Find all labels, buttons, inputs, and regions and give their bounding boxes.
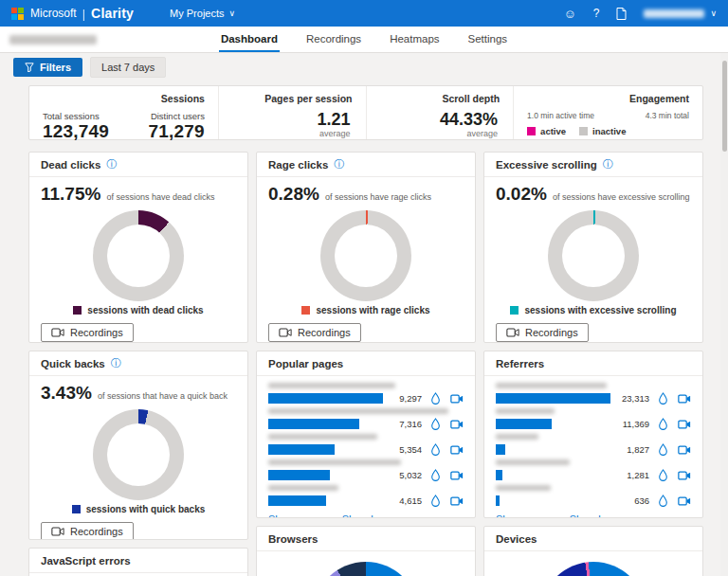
chevron-down-icon: ∨ [229,9,236,18]
recordings-camera-icon[interactable] [449,494,464,508]
recordings-button-label: Recordings [525,327,578,338]
referrer-redacted [496,485,551,491]
pps-value: 1.21 [232,111,351,129]
pps-label: Pages per session [232,93,353,104]
rage-clicks-value: 0.28% [268,184,319,205]
video-camera-icon [506,328,519,337]
tab-settings[interactable]: Settings [466,27,510,52]
show-less-link[interactable]: Show less [570,513,617,518]
recordings-camera-icon[interactable] [449,468,464,482]
dead-clicks-donut-chart [93,210,184,301]
heatmap-drop-icon[interactable] [656,494,670,508]
referrer-bar [496,419,552,429]
recordings-camera-icon[interactable] [677,468,691,482]
list-item: 7,316 [268,408,464,431]
total-time-label: 4.3 min total [646,111,689,120]
list-item: 636 [496,485,691,508]
info-icon[interactable]: ⓘ [111,358,121,369]
grid-column-2: Rage clicks ⓘ 0.28% of sessions have rag… [256,152,476,576]
quick-backs-legend-label: sessions with quick backs [86,504,206,514]
list-item: 4,615 [268,485,464,508]
page-count: 5,354 [390,444,422,455]
recordings-camera-icon[interactable] [677,417,691,431]
heatmap-drop-icon[interactable] [428,391,443,405]
info-icon[interactable]: ⓘ [106,159,117,170]
referrer-count: 636 [617,495,649,506]
recordings-button[interactable]: Recordings [41,522,134,540]
recordings-camera-icon[interactable] [449,391,464,405]
devices-title: Devices [496,533,537,545]
rage-clicks-legend-swatch [301,306,310,315]
total-sessions: Total sessions 123,749 [43,111,109,142]
quick-backs-card: Quick backs ⓘ 3.43% of sessions that hav… [28,351,248,540]
page-bar [268,419,359,429]
recordings-button-label: Recordings [70,327,123,338]
recordings-button[interactable]: Recordings [496,323,589,342]
info-icon[interactable]: ⓘ [334,159,344,170]
tab-recordings[interactable]: Recordings [304,27,363,52]
filters-label: Filters [40,62,71,73]
show-less-link[interactable]: Show less [342,513,390,518]
heatmap-drop-icon[interactable] [428,468,443,482]
metric-engagement: Engagement 1.0 min active time 4.3 min t… [513,86,702,139]
heatmap-drop-icon[interactable] [428,442,443,457]
account-menu[interactable]: ∨ [644,9,717,18]
referrer-redacted [496,434,538,440]
help-icon[interactable]: ? [593,7,600,20]
heatmap-drop-icon[interactable] [656,417,670,431]
vertical-scrollbar[interactable] [720,53,728,576]
recordings-camera-icon[interactable] [677,442,691,457]
docs-icon[interactable] [616,8,627,20]
recordings-camera-icon[interactable] [677,391,691,405]
heatmap-drop-icon[interactable] [656,442,670,457]
feedback-smiley-icon[interactable]: ☺ [563,7,575,21]
legend-inactive-label: inactive [592,126,626,136]
referrer-bar [496,470,502,480]
legend-inactive: inactive [579,126,626,136]
heatmap-drop-icon[interactable] [428,494,443,508]
list-item: 1,281 [496,459,691,482]
referrer-count: 23,313 [617,393,649,404]
popular-pages-list: 9,297 7,316 [257,376,475,518]
funnel-icon [25,63,34,72]
microsoft-logo-icon [11,8,24,20]
referrers-title: Referrers [496,358,544,369]
popular-pages-card: Popular pages 9,297 [256,351,476,518]
recordings-button[interactable]: Recordings [41,323,134,342]
dead-clicks-legend-label: sessions with dead clicks [87,305,203,315]
scrollbar-thumb[interactable] [722,61,727,152]
excessive-scrolling-legend-label: sessions with excessive scrolling [524,305,676,315]
metric-scroll-depth: Scroll depth 44.33% average [366,86,514,139]
rage-clicks-card: Rage clicks ⓘ 0.28% of sessions have rag… [256,152,476,343]
page-count: 7,316 [390,419,422,429]
recordings-camera-icon[interactable] [677,494,691,508]
filters-button[interactable]: Filters [13,58,82,77]
date-range-chip[interactable]: Last 7 days [90,57,166,78]
distinct-users-value: 71,279 [149,121,205,142]
distinct-users-label: Distinct users [149,111,205,121]
tab-heatmaps[interactable]: Heatmaps [388,27,441,52]
quick-backs-value: 3.43% [41,383,92,404]
excessive-scrolling-desc: of sessions have excessive scrolling [553,192,690,202]
devices-card: Devices [483,526,703,576]
heatmap-drop-icon[interactable] [656,468,670,482]
tab-dashboard[interactable]: Dashboard [219,27,280,52]
recordings-camera-icon[interactable] [449,417,464,431]
excessive-scrolling-donut-chart [548,210,639,301]
heatmap-drop-icon[interactable] [428,417,443,431]
quick-backs-donut-chart [93,409,184,500]
info-icon[interactable]: ⓘ [603,159,613,170]
page-count: 9,297 [390,393,422,404]
legend-inactive-swatch [579,127,588,135]
popular-pages-title: Popular pages [268,358,343,369]
recordings-camera-icon[interactable] [449,442,464,457]
my-projects-dropdown[interactable]: My Projects ∨ [170,8,235,19]
project-tabs-bar: Dashboard Recordings Heatmaps Settings [0,27,728,53]
referrers-list: 23,313 11,369 [484,376,702,518]
page-url-redacted [268,383,395,388]
page-count: 4,615 [390,495,422,506]
recordings-button[interactable]: Recordings [268,323,361,342]
heatmap-drop-icon[interactable] [656,391,670,405]
show-more-link[interactable]: Show more [496,513,549,518]
show-more-link[interactable]: Show more [268,513,321,518]
